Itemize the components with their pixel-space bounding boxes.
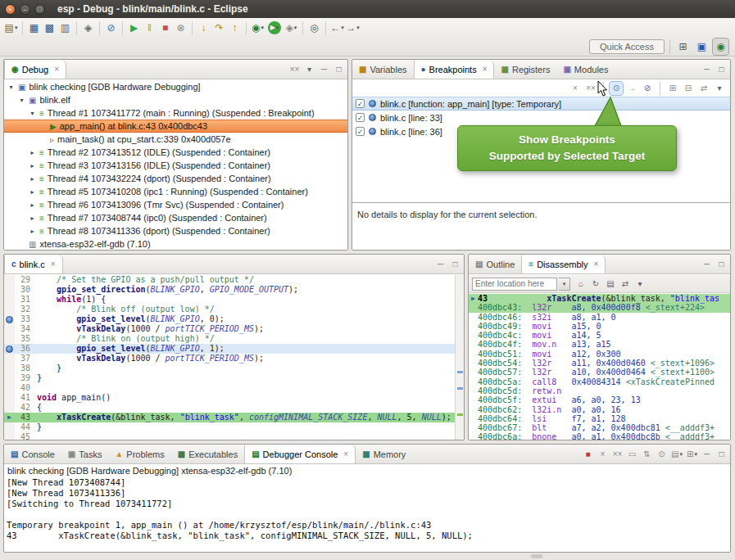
editor-line[interactable]: 42{	[4, 403, 464, 413]
editor-line[interactable]: 44}	[4, 422, 464, 432]
scroll-lock-icon[interactable]: ⇅	[641, 448, 653, 461]
editor-line[interactable]: 40	[4, 383, 464, 393]
dropdown-arrow-icon[interactable]: ▾	[15, 25, 18, 31]
disassembly-content[interactable]: ▶43 xTaskCreate(&blink_task, "blink_tas4…	[469, 294, 730, 440]
tree-twisty-icon[interactable]: ▾	[7, 84, 15, 91]
build-icon[interactable]: ◈	[80, 20, 96, 36]
minimize-button[interactable]: –	[20, 4, 30, 15]
disassembly-row[interactable]: 400dbc5d: retw.n	[469, 386, 730, 395]
editor-gutter[interactable]	[4, 334, 15, 344]
editor-line[interactable]: 35 /* Blink on (output high) */	[4, 334, 464, 344]
quick-access-button[interactable]: Quick Access	[589, 39, 665, 54]
open-console-icon[interactable]: ⊞▾	[686, 448, 698, 461]
tab-blink-c[interactable]: cblink.c×	[4, 255, 63, 273]
tab-memory[interactable]: ▦Memory	[356, 445, 412, 463]
remove-all-launches-icon[interactable]: ××	[611, 448, 624, 461]
link-with-debug-view-icon[interactable]: ⇄	[697, 82, 710, 95]
disassembly-row[interactable]: 400dbc46: s32i a8, a1, 0	[469, 313, 730, 322]
tree-twisty-icon[interactable]: ▾	[18, 97, 25, 104]
view-menu-icon[interactable]: ▾	[303, 63, 315, 76]
close-tab-icon[interactable]: ×	[343, 449, 348, 458]
editor-content[interactable]: 29 /* Set the GPIO as a push/pull output…	[4, 275, 464, 440]
editor-line[interactable]: 34 vTaskDelay(1000 / portTICK_PERIOD_MS)…	[4, 324, 464, 334]
external-tools-icon[interactable]: ◈▾	[284, 20, 299, 36]
disassembly-row[interactable]: 400dbc54: l32r a11, 0x400d0460 <_stext+1…	[469, 359, 730, 368]
maximize-icon[interactable]: □	[449, 258, 461, 271]
debug-tree-item-selected[interactable]: ▶app_main() at blink.c:43 0x400dbc43	[4, 120, 347, 133]
back-icon[interactable]: ←▾	[329, 20, 345, 36]
editor-line[interactable]: 33 gpio_set_level(BLINK_GPIO, 0);	[4, 314, 464, 324]
debug-tree-item[interactable]: ▸≡Thread #7 1073408744 (ipc0) (Suspended…	[4, 211, 347, 224]
view-menu-icon[interactable]: ▾	[633, 278, 647, 291]
close-tab-icon[interactable]: ×	[54, 65, 59, 74]
tree-twisty-icon[interactable]: ▸	[29, 149, 36, 156]
terminate-icon[interactable]: ■	[157, 20, 173, 36]
editor-line[interactable]: 30 gpio_set_direction(BLINK_GPIO, GPIO_M…	[4, 285, 464, 295]
breakpoint-row[interactable]: ✓blink.c [line: 33]	[352, 111, 730, 124]
print-icon[interactable]: ▥	[57, 20, 73, 36]
disassembly-row[interactable]: 400dbc5a: call8 0x40084314 <xTaskCreateP…	[469, 377, 730, 386]
open-perspective-icon[interactable]: ⊞	[675, 38, 691, 55]
step-into-icon[interactable]: ↓	[196, 20, 211, 36]
tab-disassembly[interactable]: ≡Disassembly×	[521, 255, 606, 273]
editor-gutter[interactable]	[4, 305, 15, 314]
editor-line[interactable]: ▶43 xTaskCreate(&blink_task, "blink_task…	[4, 413, 464, 422]
debug-tree-item[interactable]: ▾≡Thread #1 1073411772 (main : Running) …	[4, 106, 347, 120]
minimize-icon[interactable]: ─	[434, 258, 447, 271]
search-icon[interactable]: ◎	[306, 20, 322, 36]
tab-debug[interactable]: ◉Debug×	[4, 60, 66, 79]
breakpoint-checkbox[interactable]: ✓	[356, 127, 365, 136]
remove-breakpoint-icon[interactable]: ×	[569, 82, 582, 95]
debug-tree-item[interactable]: ▸≡Thread #4 1073432224 (dport) (Suspende…	[4, 172, 347, 185]
minimize-icon[interactable]: ─	[701, 448, 713, 461]
editor-gutter[interactable]	[4, 324, 15, 334]
disassembly-row[interactable]: 400dbc51: movi a12, 0x300	[469, 350, 730, 359]
debug-tree-item[interactable]: ▸≡Thread #8 1073411336 (dport) (Suspende…	[4, 224, 347, 237]
debug-tree-item[interactable]: ▸≡Thread #6 1073413096 (Tmr Svc) (Suspen…	[4, 198, 347, 211]
tree-twisty-icon[interactable]: ▾	[29, 110, 36, 117]
editor-gutter[interactable]	[4, 422, 15, 432]
disconnect-icon[interactable]: ⊗	[173, 20, 188, 36]
breakpoint-checkbox[interactable]: ✓	[356, 99, 365, 108]
remove-all-terminated-icon[interactable]: ××	[288, 63, 301, 76]
location-dropdown-icon[interactable]: ▾	[559, 278, 570, 291]
editor-gutter[interactable]	[4, 383, 15, 393]
disassembly-row[interactable]: 400dbc5f: extui a6, a0, 23, 13	[469, 395, 730, 404]
refresh-icon[interactable]: ↻	[589, 278, 602, 291]
sash-handle[interactable]	[531, 554, 542, 558]
resume-icon[interactable]: ▶	[126, 20, 142, 36]
new-wizard-icon[interactable]: ▤▾	[3, 20, 19, 36]
editor-gutter[interactable]: ▶	[4, 413, 15, 422]
skip-all-breakpoints-icon[interactable]: ⊘	[641, 82, 654, 95]
editor-line[interactable]: 41void app_main()	[4, 393, 464, 403]
overview-annotation-mark[interactable]	[457, 371, 463, 373]
debug-tree-item[interactable]: ▾▣blink.elf	[4, 93, 347, 106]
editor-line[interactable]: 39}	[4, 373, 464, 383]
c-cpp-perspective-icon[interactable]: ▣	[694, 38, 710, 55]
editor-line[interactable]: 36 gpio_set_level(BLINK_GPIO, 1);	[4, 344, 464, 354]
forward-icon[interactable]: →▾	[345, 20, 361, 36]
dropdown-arrow-icon[interactable]: ▾	[294, 25, 297, 31]
minimize-icon[interactable]: ─	[701, 258, 713, 271]
home-icon[interactable]: ⌂	[574, 278, 588, 291]
disassembly-row[interactable]: 400dbc57: l32r a10, 0x400d0464 <_stext+1…	[469, 368, 730, 377]
close-button[interactable]: ×	[5, 4, 16, 15]
disassembly-row[interactable]: 400dbc67: blt a7, a2, 0x400dbc81 <__addd…	[469, 423, 730, 432]
skip-all-breakpoints-icon[interactable]: ⊘	[103, 20, 119, 36]
editor-line[interactable]: 29 /* Set the GPIO as a push/pull output…	[4, 275, 464, 285]
save-all-icon[interactable]: ▩	[42, 20, 57, 36]
debug-icon[interactable]: ◉▾	[250, 20, 265, 36]
disassembly-row[interactable]: 400dbc49: movi a15, 0	[469, 322, 730, 331]
editor-line[interactable]: 45	[4, 432, 464, 440]
sync-context-icon[interactable]: ⇄	[619, 278, 632, 291]
editor-gutter[interactable]	[4, 373, 15, 383]
editor-line[interactable]: 38 }	[4, 364, 464, 373]
disassembly-row[interactable]: ▶43 xTaskCreate(&blink_task, "blink_tas	[469, 294, 730, 303]
dropdown-arrow-icon[interactable]: ▾	[261, 25, 264, 31]
editor-gutter[interactable]	[4, 403, 15, 413]
breakpoint-marker-icon[interactable]	[6, 345, 13, 353]
expand-all-icon[interactable]: ⊞	[666, 82, 679, 95]
disassembly-row[interactable]: 400dbc62: l32i.n a0, a0, 16	[469, 405, 730, 414]
disassembly-row[interactable]: 400dbc64: lsi f7, a1, 128	[469, 414, 730, 423]
tree-twisty-icon[interactable]: ▸	[29, 228, 36, 235]
